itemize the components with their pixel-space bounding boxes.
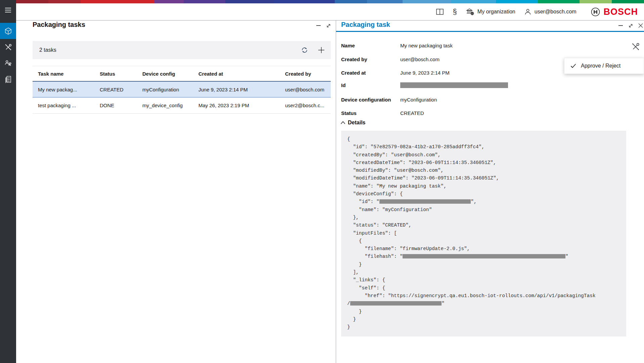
detail-panel-title: Packaging task <box>341 21 390 29</box>
field-row: Created atJune 9, 2023 2:14 PM <box>341 70 450 76</box>
field-label: Status <box>341 110 400 116</box>
chevron-up-icon <box>340 121 346 124</box>
column-header: Created at <box>193 71 280 77</box>
redacted-value <box>400 82 508 89</box>
table-row[interactable]: My new packag...CREATEDmyConfigurationJu… <box>33 81 331 97</box>
detail-expand-button[interactable] <box>627 22 634 29</box>
hamburger-icon <box>5 7 11 13</box>
refresh-icon <box>301 46 309 54</box>
task-json: { "id": "57e82579-082a-41b2-a170-285addf… <box>341 131 626 336</box>
top-bar: § My organization <box>0 3 644 20</box>
detail-close-button[interactable] <box>637 22 644 29</box>
expand-icon <box>326 23 331 29</box>
bosch-anchor-icon <box>591 7 600 16</box>
close-icon <box>638 23 643 28</box>
field-row: Device configurationmyConfiguration <box>341 97 437 103</box>
field-label: Name <box>341 43 400 48</box>
table-row[interactable]: test packaging ...DONEmy_device_configMa… <box>33 97 331 114</box>
tools-icon <box>4 43 12 51</box>
tasks-table: Task nameStatusDevice configCreated atCr… <box>33 66 331 114</box>
organization-label: My organization <box>477 9 515 15</box>
paragraph-icon: § <box>453 7 457 16</box>
redacted-segment <box>403 254 565 258</box>
field-value: My new packaging task <box>400 43 453 48</box>
panel-divider <box>336 20 336 363</box>
menu-toggle-button[interactable] <box>0 2 16 18</box>
detail-minimize-button[interactable] <box>617 22 624 29</box>
header-divider <box>16 20 644 21</box>
field-value: CREATED <box>400 110 424 116</box>
table-header-row: Task nameStatusDevice configCreated atCr… <box>33 66 331 81</box>
column-header: Device config <box>137 71 193 77</box>
organization-icon <box>466 8 474 16</box>
bosch-wordmark: BOSCH <box>603 7 638 17</box>
table-cell: user@bosch.com <box>280 87 331 92</box>
split-view-icon <box>436 8 444 15</box>
expand-icon <box>628 23 634 29</box>
field-row: StatusCREATED <box>341 110 424 116</box>
sidebar <box>0 0 16 363</box>
task-actions-button[interactable] <box>631 42 641 52</box>
legal-button[interactable]: § <box>453 7 457 16</box>
menu-item-label: Approve / Reject <box>581 63 620 69</box>
person-keys-icon <box>4 59 12 67</box>
table-cell: My new packag... <box>33 87 94 92</box>
column-header: Status <box>94 71 137 77</box>
table-cell: CREATED <box>94 87 137 92</box>
tasks-expand-button[interactable] <box>325 22 332 29</box>
field-label: Created by <box>341 56 400 62</box>
sidebar-item-tools[interactable] <box>0 39 16 55</box>
table-cell: DONE <box>94 103 137 108</box>
plus-icon <box>318 46 325 54</box>
organization-button[interactable]: My organization <box>466 8 515 16</box>
checklist-icon <box>5 76 12 83</box>
tasks-minimize-button[interactable] <box>315 22 322 29</box>
table-cell: test packaging ... <box>33 103 94 108</box>
table-cell: my_device_config <box>137 103 193 108</box>
field-row: Created byuser@bosch.com <box>341 56 440 62</box>
field-value: June 9, 2023 2:14 PM <box>400 70 450 76</box>
redacted-segment <box>379 199 471 204</box>
sidebar-item-documents[interactable] <box>0 71 16 87</box>
check-icon <box>570 64 576 68</box>
task-count: 2 tasks <box>39 47 56 53</box>
column-header: Task name <box>33 71 94 77</box>
table-cell: user2@bosch.c... <box>280 103 331 108</box>
action-menu: Approve / Reject <box>564 58 644 74</box>
refresh-button[interactable] <box>300 45 309 55</box>
field-value: user@bosch.com <box>400 56 440 62</box>
minimize-icon <box>316 25 321 26</box>
field-label: Device configuration <box>341 97 400 103</box>
field-row: NameMy new packaging task <box>341 43 453 48</box>
cube-icon <box>4 27 12 35</box>
detail-accent-line <box>336 31 644 32</box>
tasks-toolbar: 2 tasks <box>33 41 331 59</box>
bosch-supergraphic <box>0 0 644 3</box>
tools-icon <box>631 42 640 51</box>
add-task-button[interactable] <box>317 45 326 55</box>
sidebar-item-access[interactable] <box>0 55 16 71</box>
field-label: Id <box>341 82 400 89</box>
table-cell: May 26, 2023 2:19 PM <box>193 103 280 108</box>
field-row: Id <box>341 82 508 89</box>
redacted-segment <box>350 301 442 306</box>
menu-item-approve-reject[interactable]: Approve / Reject <box>564 58 644 74</box>
tasks-panel-title: Packaging tasks <box>33 21 85 29</box>
split-view-button[interactable] <box>435 7 444 16</box>
minimize-icon <box>618 25 623 26</box>
details-label: Details <box>348 120 365 126</box>
table-cell: myConfiguration <box>137 87 193 92</box>
field-value: myConfiguration <box>400 97 437 103</box>
user-button[interactable]: user@bosch.com <box>524 8 577 15</box>
details-toggle[interactable]: Details <box>340 120 365 126</box>
table-cell: June 9, 2023 2:14 PM <box>193 87 280 92</box>
code-block: { "id": "57e82579-082a-41b2-a170-285addf… <box>341 131 626 336</box>
column-header: Created by <box>280 71 331 77</box>
field-label: Created at <box>341 70 400 76</box>
sidebar-item-packaging[interactable] <box>0 23 16 39</box>
bosch-logo: BOSCH <box>591 7 638 17</box>
user-label: user@bosch.com <box>535 9 577 15</box>
user-icon <box>524 8 532 15</box>
